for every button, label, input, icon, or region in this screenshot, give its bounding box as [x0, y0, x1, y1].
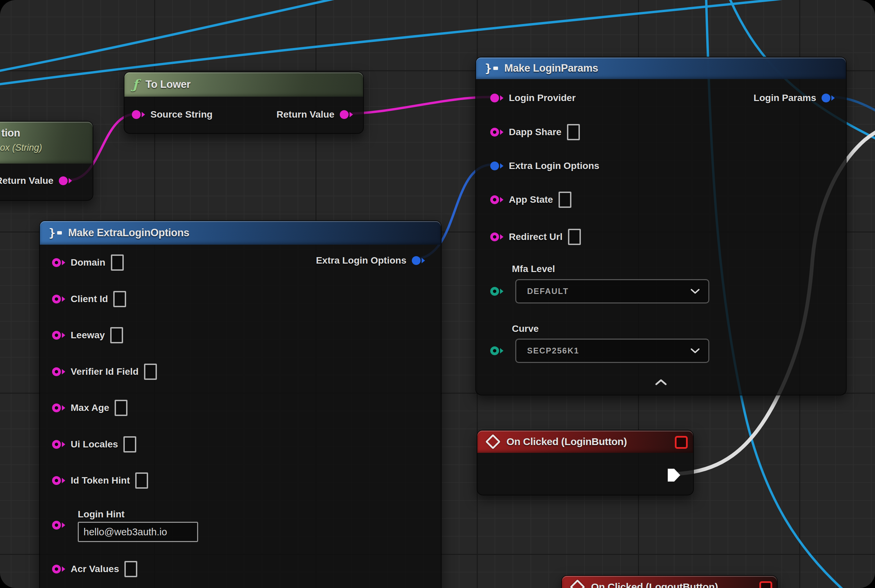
node-to-lower[interactable]: ƒ To Lower Source String Return Value	[124, 72, 364, 134]
domain-pin[interactable]	[52, 258, 65, 267]
checkbox-id-token-hint[interactable]	[135, 472, 148, 489]
curve-value: SECP256K1	[527, 346, 579, 356]
node-partial-function[interactable]: tion ox (String) Return Value	[0, 121, 93, 201]
checkbox-redirect-url[interactable]	[568, 229, 581, 245]
node-on-clicked-login-button-header[interactable]: On Clicked (LoginButton)	[477, 430, 693, 453]
app-state-pin[interactable]	[490, 195, 504, 204]
make-struct-icon: }	[49, 227, 62, 238]
node-on-clicked-login-button[interactable]: On Clicked (LoginButton)	[477, 430, 694, 495]
extra-login-options-output-pin[interactable]	[412, 256, 425, 265]
node-make-login-params[interactable]: } Make LoginParams Login Params Login Pr…	[475, 57, 846, 395]
login-hint-label: Login Hint	[78, 509, 125, 520]
event-icon	[485, 434, 501, 449]
acr-values-pin[interactable]	[52, 565, 65, 573]
leeway-pin[interactable]	[52, 331, 65, 340]
pin-label: Ui Locales	[71, 439, 118, 450]
pin-label: Return Value	[277, 109, 334, 120]
checkbox-verifier-id-field[interactable]	[144, 364, 157, 380]
login-provider-pin[interactable]	[490, 94, 504, 102]
checkbox-client-id[interactable]	[113, 291, 126, 307]
pin-label: Login Provider	[509, 93, 576, 104]
extra-login-options-input-pin[interactable]	[490, 162, 504, 170]
checkbox-app-state[interactable]	[559, 192, 571, 208]
mfa-level-dropdown[interactable]: DEFAULT	[515, 279, 709, 303]
curve-pin[interactable]	[490, 346, 504, 355]
chevron-down-icon	[691, 348, 699, 353]
node-title: On Clicked (LogoutButton)	[591, 581, 718, 588]
pin-label: Client Id	[71, 294, 108, 304]
verifier-id-field-pin[interactable]	[52, 368, 65, 376]
pin-label: Source String	[150, 109, 213, 120]
collapse-chevron-up-icon[interactable]	[655, 379, 667, 385]
node-make-extra-login-options[interactable]: } Make ExtraLoginOptions Extra Login Opt…	[39, 220, 442, 588]
checkbox-acr-values[interactable]	[125, 561, 137, 577]
node-title-fragment: tion	[2, 127, 20, 139]
client-id-pin[interactable]	[52, 295, 65, 303]
delegate-box[interactable]	[675, 436, 688, 449]
max-age-pin[interactable]	[52, 404, 65, 412]
node-on-clicked-logout-button-header[interactable]: On Clicked (LogoutButton)	[562, 576, 777, 588]
pin-label: Redirect Url	[509, 231, 562, 242]
exec-output-pin[interactable]	[668, 468, 681, 482]
make-struct-icon: }	[485, 63, 498, 74]
curve-label: Curve	[512, 323, 538, 334]
node-on-clicked-logout-button[interactable]: On Clicked (LogoutButton)	[561, 575, 777, 588]
ui-locales-pin[interactable]	[52, 440, 65, 449]
return-value-pin[interactable]	[340, 110, 353, 119]
pin-label: Leeway	[71, 330, 105, 340]
pin-label: Extra Login Options	[316, 255, 406, 266]
pin-label: Max Age	[71, 402, 109, 413]
blueprint-graph-canvas[interactable]: tion ox (String) Return Value ƒ To Lower…	[0, 0, 875, 588]
function-icon: ƒ	[132, 78, 138, 91]
pin-label: Verifier Id Field	[71, 366, 138, 377]
node-partial-function-header[interactable]: tion ox (String)	[0, 122, 93, 164]
pin-label: Extra Login Options	[509, 160, 600, 171]
pin-label: Domain	[71, 257, 105, 268]
pin-label: App State	[509, 194, 553, 205]
node-to-lower-header[interactable]: ƒ To Lower	[125, 72, 363, 97]
delegate-box[interactable]	[759, 581, 772, 588]
node-title: Make ExtraLoginOptions	[68, 227, 189, 239]
checkbox-ui-locales[interactable]	[123, 436, 136, 453]
pin-label: Dapp Share	[509, 127, 562, 138]
login-hint-pin[interactable]	[52, 521, 65, 530]
pin-label: Return Value	[0, 176, 53, 186]
id-token-hint-pin[interactable]	[52, 476, 65, 485]
checkbox-dapp-share[interactable]	[567, 124, 580, 140]
mfa-level-value: DEFAULT	[527, 286, 569, 296]
wire-tolower-to-login-provider[interactable]	[342, 97, 491, 114]
pin-label: Login Params	[754, 93, 816, 104]
dapp-share-pin[interactable]	[490, 128, 504, 136]
checkbox-leeway[interactable]	[110, 327, 123, 344]
source-string-pin[interactable]	[132, 110, 145, 119]
login-hint-input[interactable]	[78, 522, 198, 542]
mfa-level-label: Mfa Level	[512, 264, 555, 274]
node-make-login-params-header[interactable]: } Make LoginParams	[476, 57, 846, 79]
checkbox-domain[interactable]	[111, 255, 124, 271]
node-title: On Clicked (LoginButton)	[507, 436, 627, 447]
login-params-output-pin[interactable]	[822, 94, 835, 102]
redirect-url-pin[interactable]	[490, 232, 504, 241]
pin-label: Id Token Hint	[71, 475, 130, 486]
event-icon	[570, 579, 585, 588]
return-value-pin[interactable]	[59, 176, 72, 185]
curve-dropdown[interactable]: SECP256K1	[515, 339, 709, 363]
node-make-extra-login-options-header[interactable]: } Make ExtraLoginOptions	[40, 221, 441, 244]
pin-label: Acr Values	[71, 564, 119, 574]
checkbox-max-age[interactable]	[114, 400, 128, 416]
mfa-level-pin[interactable]	[490, 287, 504, 296]
node-title: To Lower	[145, 78, 190, 91]
node-title: Make LoginParams	[504, 62, 598, 74]
node-subtitle-fragment: ox (String)	[0, 142, 42, 153]
chevron-down-icon	[691, 289, 699, 294]
